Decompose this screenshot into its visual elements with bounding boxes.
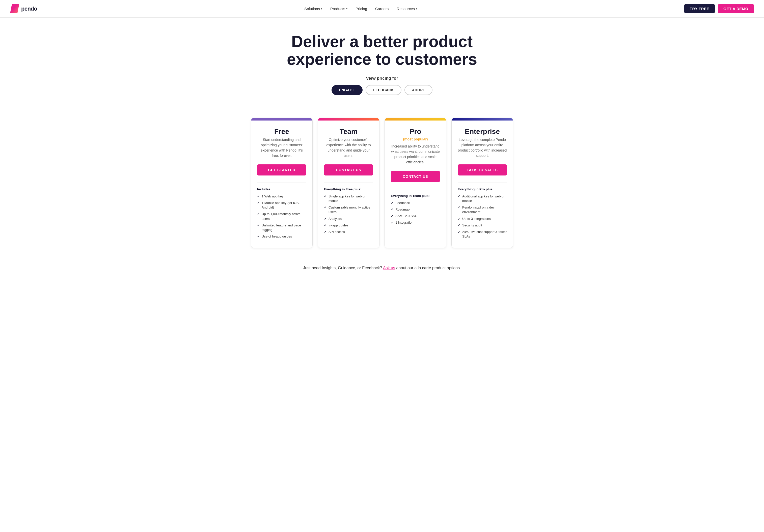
feature-free-1: ✓ 1 Mobile app key (for iOS, Android) (257, 201, 306, 210)
nav-logo-group: pendo (10, 4, 37, 13)
check-icon: ✓ (257, 223, 260, 228)
try-free-button[interactable]: TRY FREE (684, 4, 715, 13)
logo-text: pendo (21, 6, 37, 12)
features-label-pro: Everything in Team plus: (391, 194, 440, 198)
nav-item-careers[interactable]: Careers (372, 5, 392, 13)
tab-engage[interactable]: ENGAGE (331, 85, 363, 95)
tab-adopt[interactable]: ADOPT (404, 85, 433, 95)
nav-item-solutions[interactable]: Solutions ▾ (301, 5, 326, 13)
check-icon: ✓ (391, 214, 393, 218)
plan-card-team: Team Optimize your customer's experience… (318, 118, 379, 248)
feature-pro-1: ✓ Roadmap (391, 207, 440, 212)
navbar: pendo Solutions ▾ Products ▾ Pricing Car… (0, 0, 764, 18)
plan-cta-enterprise[interactable]: TALK TO SALES (458, 164, 507, 176)
check-icon: ✓ (458, 223, 460, 228)
feature-team-0: ✓ Single app key for web or mobile (324, 194, 373, 203)
pricing-grid: Free Start understanding and optimizing … (243, 118, 521, 248)
plan-cta-free[interactable]: GET STARTED (257, 164, 306, 176)
chevron-down-icon: ▾ (321, 7, 322, 10)
plan-title-pro: Pro (391, 128, 440, 136)
card-body-free: Free Start understanding and optimizing … (251, 120, 312, 248)
divider-enterprise (458, 183, 507, 183)
check-icon: ✓ (391, 201, 393, 205)
plan-card-pro: Pro (most popular) Increased ability to … (385, 118, 446, 248)
check-icon: ✓ (324, 217, 326, 221)
plan-popular-badge: (most popular) (391, 137, 440, 141)
check-icon: ✓ (257, 212, 260, 216)
plan-desc-pro: Increased ability to understand what use… (391, 144, 440, 165)
get-demo-button[interactable]: GET A DEMO (718, 4, 754, 13)
plan-desc-enterprise: Leverage the complete Pendo platform acr… (458, 137, 507, 158)
check-icon: ✓ (324, 195, 326, 199)
plan-card-enterprise: Enterprise Leverage the complete Pendo p… (452, 118, 513, 248)
plan-desc-team: Optimize your customer's experience with… (324, 137, 373, 158)
feature-pro-3: ✓ 1 integration (391, 220, 440, 225)
plan-cta-pro[interactable]: CONTACT US (391, 171, 440, 182)
card-body-enterprise: Enterprise Leverage the complete Pendo p… (452, 120, 513, 248)
nav-actions: TRY FREE GET A DEMO (684, 4, 754, 13)
feature-enterprise-2: ✓ Up to 3 integrations (458, 216, 507, 221)
check-icon: ✓ (458, 195, 460, 199)
check-icon: ✓ (324, 223, 326, 228)
card-accent-bar-free (251, 118, 312, 120)
pricing-subtitle: View pricing for (10, 76, 754, 81)
nav-item-products[interactable]: Products ▾ (327, 5, 351, 13)
feature-team-2: ✓ Analytics (324, 216, 373, 221)
check-icon: ✓ (257, 195, 260, 199)
ask-us-link[interactable]: Ask us (383, 266, 395, 270)
feature-free-2: ✓ Up to 1,000 monthly active users (257, 212, 306, 221)
feature-team-1: ✓ Customizable monthly active users (324, 205, 373, 214)
feature-free-0: ✓ 1 Web app key (257, 194, 306, 199)
nav-item-resources[interactable]: Resources ▾ (393, 5, 421, 13)
feature-enterprise-3: ✓ Security audit (458, 223, 507, 228)
feature-enterprise-4: ✓ 24/5 Live chat support & faster SLAs (458, 230, 507, 239)
card-accent-bar-pro (385, 118, 446, 120)
feature-free-4: ✓ Use of In-app guides (257, 234, 306, 239)
nav-menu: Solutions ▾ Products ▾ Pricing Careers R… (301, 5, 421, 13)
card-accent-bar-team (318, 118, 379, 120)
feature-enterprise-1: ✓ Pendo install on a dev environment (458, 205, 507, 214)
feature-team-3: ✓ In-app guides (324, 223, 373, 228)
footer-note: Just need Insights, Guidance, or Feedbac… (0, 261, 764, 283)
tab-feedback[interactable]: FEEDBACK (366, 85, 401, 95)
divider-free (257, 183, 306, 183)
check-icon: ✓ (458, 217, 460, 221)
check-icon: ✓ (391, 221, 393, 225)
check-icon: ✓ (458, 205, 460, 210)
feature-pro-0: ✓ Feedback (391, 201, 440, 205)
check-icon: ✓ (257, 234, 260, 239)
features-label-free: Includes: (257, 187, 306, 191)
feature-team-4: ✓ API access (324, 230, 373, 234)
check-icon: ✓ (391, 207, 393, 212)
divider-team (324, 183, 373, 183)
check-icon: ✓ (324, 230, 326, 234)
features-label-enterprise: Everything in Pro plus: (458, 187, 507, 191)
chevron-down-icon: ▾ (346, 7, 347, 10)
plan-cta-team[interactable]: CONTACT US (324, 164, 373, 176)
plan-card-free: Free Start understanding and optimizing … (251, 118, 312, 248)
feature-free-3: ✓ Unlimited feature and page tagging (257, 223, 306, 232)
pricing-tabs: ENGAGE FEEDBACK ADOPT (10, 85, 754, 95)
hero-section: Deliver a better product experience to c… (0, 18, 764, 118)
plan-title-team: Team (324, 128, 373, 136)
plan-title-free: Free (257, 128, 306, 136)
card-body-pro: Pro (most popular) Increased ability to … (385, 120, 446, 248)
plan-title-enterprise: Enterprise (458, 128, 507, 136)
card-body-team: Team Optimize your customer's experience… (318, 120, 379, 248)
features-label-team: Everything in Free plus: (324, 187, 373, 191)
nav-item-pricing[interactable]: Pricing (352, 5, 371, 13)
card-accent-bar-enterprise (452, 118, 513, 120)
check-icon: ✓ (324, 205, 326, 210)
plan-desc-free: Start understanding and optimizing your … (257, 137, 306, 158)
check-icon: ✓ (257, 201, 260, 205)
chevron-down-icon: ▾ (416, 7, 417, 10)
feature-enterprise-0: ✓ Additional app key for web or mobile (458, 194, 507, 203)
logo-icon (10, 4, 19, 13)
check-icon: ✓ (458, 230, 460, 234)
feature-pro-2: ✓ SAML 2.0 SSO (391, 214, 440, 218)
hero-headline: Deliver a better product experience to c… (269, 33, 495, 68)
